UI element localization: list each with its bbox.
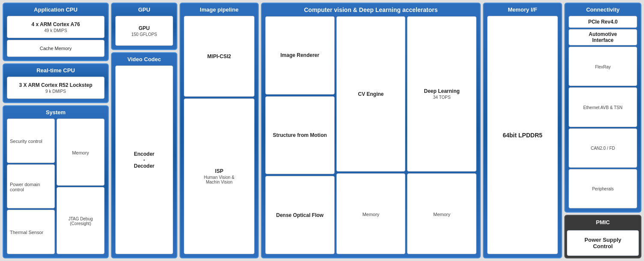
deep-learning-label: Deep Learning — [424, 88, 460, 94]
dl-memory-label: Memory — [433, 212, 450, 217]
arm-cortex-r52-dmips: 9 k DMIPS — [45, 89, 66, 94]
isp-box: ISP Human Vision & Machin Vision — [184, 98, 255, 254]
power-domain-label: Power domain control — [10, 182, 52, 192]
thermal-sensor-box: Thermal Sensor — [7, 210, 55, 254]
power-supply-control-label: Power Supply Control — [584, 237, 621, 249]
dl-memory-box: Memory — [407, 173, 476, 254]
cv-left-col: Image Renderer Structure from Motion Den… — [265, 16, 335, 254]
pmic-box: PMIC Power Supply Control — [564, 215, 641, 258]
dense-optical-flow-box: Dense Optical Flow — [265, 176, 335, 254]
arm-cortex-a76-dmips: 49 k DMIPS — [44, 28, 67, 33]
gpu-title: GPU — [114, 5, 175, 14]
security-control-box: Security control — [7, 119, 55, 163]
column-1: Application CPU 4 x ARM Cortex A76 49 k … — [3, 3, 109, 258]
encoder-decoder-label: Encoder - Decoder — [134, 151, 154, 169]
jtag-debug-label: JTAG Debug (Coresight) — [59, 217, 102, 226]
app-cpu-title: Application CPU — [5, 5, 106, 14]
video-codec-box: Video Codec Encoder - Decoder — [111, 52, 177, 258]
deep-learning-tops: 34 TOPS — [433, 95, 451, 100]
rt-cpu-title: Real-time CPU — [5, 66, 106, 75]
image-pipeline-title: Image pipeline — [182, 5, 256, 14]
gpu-box: GPU GPU 150 GFLOPS — [111, 3, 177, 50]
jtag-debug-box: JTAG Debug (Coresight) — [57, 187, 105, 254]
pmic-header: PMIC — [565, 216, 641, 228]
system-left: Security control Power domain control Th… — [7, 119, 55, 254]
can-label: CAN2.0 / FD — [591, 146, 615, 151]
system-title: System — [5, 108, 106, 117]
image-renderer-box: Image Renderer — [265, 16, 335, 95]
automotive-interface-label: Automotive Interface — [589, 31, 617, 43]
ethernet-avb-label: Ethernet AVB & TSN — [583, 105, 622, 110]
isp-sub: Human Vision & Machin Vision — [204, 175, 235, 184]
ethernet-avb-box: Ethernet AVB & TSN — [569, 87, 637, 127]
mipi-csi2-label: MIPI-CSI2 — [207, 53, 231, 59]
system-memory-label: Memory — [72, 150, 89, 155]
pcie-box: PCIe Rev4.0 — [569, 16, 637, 28]
cache-memory-label: Cache Memory — [40, 46, 72, 51]
lpddr5-box: 64bit LPDDR5 — [487, 16, 558, 254]
cv-memory-box: Memory — [336, 173, 406, 254]
connectivity-box: Connectivity PCIe Rev4.0 Automotive Inte… — [564, 3, 641, 213]
flexray-label: FlexRay — [595, 65, 611, 69]
gpu-inner-label: GPU — [138, 25, 150, 31]
dense-optical-flow-label: Dense Optical Flow — [276, 212, 323, 218]
peripherals-label: Peripherals — [592, 187, 614, 191]
flexray-box: FlexRay — [569, 47, 637, 86]
image-pipeline-box: Image pipeline MIPI-CSI2 ISP Human Visio… — [180, 3, 259, 258]
cache-memory-box: Cache Memory — [7, 40, 105, 57]
pcie-label: PCIe Rev4.0 — [588, 19, 618, 25]
automotive-interface-box: Automotive Interface — [569, 29, 637, 45]
lpddr5-label: 64bit LPDDR5 — [503, 132, 542, 139]
encoder-decoder-box: Encoder - Decoder — [115, 65, 173, 254]
cv-mid-col: CV Engine Memory — [336, 16, 406, 254]
pmic-title: PMIC — [596, 219, 610, 225]
column-6: Connectivity PCIe Rev4.0 Automotive Inte… — [564, 3, 641, 258]
column-4: Computer vision & Deep Learning accelera… — [261, 3, 481, 258]
security-control-label: Security control — [10, 139, 42, 144]
system-memory-box: Memory — [57, 119, 105, 186]
isp-label: ISP — [215, 168, 223, 174]
cv-right-col: Deep Learning 34 TOPS Memory — [407, 16, 476, 254]
arm-cortex-a76-box: 4 x ARM Cortex A76 49 k DMIPS — [7, 16, 105, 38]
application-cpu-box: Application CPU 4 x ARM Cortex A76 49 k … — [3, 3, 109, 61]
structure-from-motion-box: Structure from Motion — [265, 96, 335, 175]
system-box: System Security control Power domain con… — [3, 105, 109, 258]
image-renderer-label: Image Renderer — [280, 52, 319, 58]
column-5: Memory I/F 64bit LPDDR5 — [483, 3, 562, 258]
cv-dl-title: Computer vision & Deep Learning accelera… — [264, 5, 478, 15]
arm-cortex-a76-label: 4 x ARM Cortex A76 — [31, 21, 80, 27]
cv-memory-label: Memory — [362, 212, 380, 217]
cv-engine-box: CV Engine — [336, 16, 406, 172]
structure-from-motion-label: Structure from Motion — [273, 132, 327, 138]
column-3: Image pipeline MIPI-CSI2 ISP Human Visio… — [180, 3, 259, 258]
arm-cortex-r52-box: 3 X ARM Cortex R52 Lockstep 9 k DMIPS — [7, 77, 105, 99]
arm-cortex-r52-label: 3 X ARM Cortex R52 Lockstep — [19, 82, 93, 88]
video-codec-title: Video Codec — [114, 55, 175, 64]
mipi-csi2-box: MIPI-CSI2 — [184, 16, 255, 97]
can-box: CAN2.0 / FD — [569, 128, 637, 168]
power-supply-control-box: Power Supply Control — [567, 230, 639, 256]
connectivity-title: Connectivity — [567, 5, 639, 14]
system-right: Memory JTAG Debug (Coresight) — [57, 119, 105, 254]
gpu-inner-box: GPU 150 GFLOPS — [115, 16, 173, 46]
cv-engine-label: CV Engine — [358, 91, 384, 97]
power-domain-control-box: Power domain control — [7, 164, 55, 209]
deep-learning-box: Deep Learning 34 TOPS — [407, 16, 476, 172]
gpu-gflops: 150 GFLOPS — [131, 32, 157, 37]
column-2: GPU GPU 150 GFLOPS Video Codec Encoder -… — [111, 3, 177, 258]
memory-if-title: Memory I/F — [485, 5, 560, 14]
memory-if-box: Memory I/F 64bit LPDDR5 — [483, 3, 562, 258]
thermal-sensor-label: Thermal Sensor — [10, 230, 43, 235]
realtime-cpu-box: Real-time CPU 3 X ARM Cortex R52 Lockste… — [3, 63, 109, 103]
cv-dl-box: Computer vision & Deep Learning accelera… — [261, 3, 481, 258]
peripherals-box: Peripherals — [569, 169, 637, 208]
